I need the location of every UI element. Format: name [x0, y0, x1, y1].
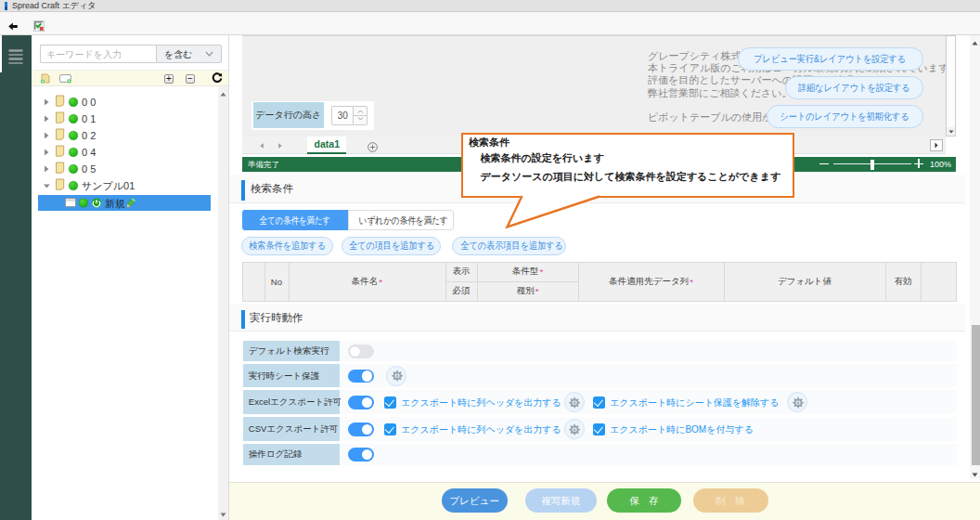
- svg-text:0 0: 0 0: [82, 97, 96, 108]
- svg-text:0 4: 0 4: [82, 147, 96, 158]
- svg-text:新規: 新規: [105, 198, 125, 209]
- svg-text:サンプル01: サンプル01: [82, 180, 135, 191]
- svg-text:0 5: 0 5: [82, 163, 96, 175]
- svg-text:0 1: 0 1: [82, 113, 96, 124]
- svg-text:0 2: 0 2: [82, 130, 96, 141]
